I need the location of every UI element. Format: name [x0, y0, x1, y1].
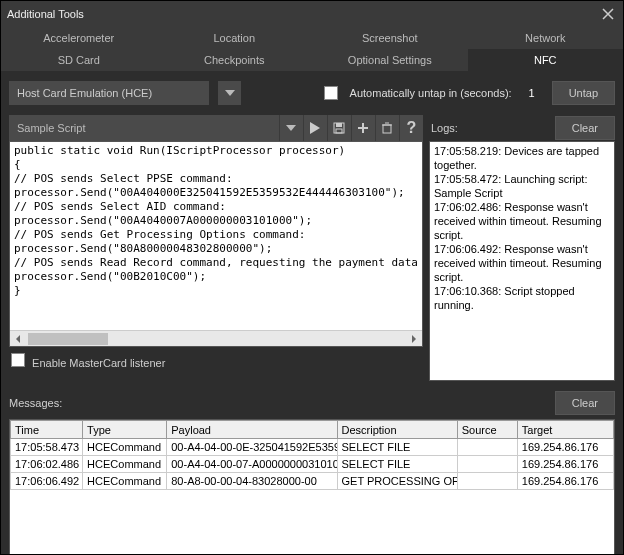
- auto-untap-label: Automatically untap in (seconds):: [350, 87, 512, 99]
- svg-rect-1: [336, 123, 342, 127]
- svg-rect-2: [336, 129, 342, 133]
- clear-messages-button[interactable]: Clear: [555, 391, 615, 415]
- cell-time: 17:05:58.473: [11, 439, 83, 456]
- cell-source: [457, 456, 517, 473]
- play-icon: [310, 122, 320, 134]
- scroll-right-icon[interactable]: [406, 331, 422, 347]
- help-button[interactable]: ?: [399, 115, 423, 141]
- cell-time: 17:06:06.492: [11, 473, 83, 490]
- tab-checkpoints[interactable]: Checkpoints: [157, 49, 313, 71]
- log-line: 17:05:58.472: Launching script: Sample S…: [434, 172, 610, 200]
- chevron-down-icon: [286, 125, 296, 131]
- table-row[interactable]: 17:05:58.473HCECommand00-A4-04-00-0E-325…: [11, 439, 614, 456]
- cell-type: HCECommand: [83, 456, 167, 473]
- hce-mode-dropdown[interactable]: [217, 81, 241, 105]
- cell-target: 169.254.86.176: [517, 473, 613, 490]
- tab-screenshot[interactable]: Screenshot: [312, 27, 468, 49]
- logs-output[interactable]: 17:05:58.219: Devices are tapped togethe…: [429, 141, 615, 381]
- col-target[interactable]: Target: [517, 421, 613, 439]
- plus-icon: [357, 122, 369, 134]
- script-toolbar: Sample Script ?: [9, 115, 423, 141]
- cell-payload: 00-A4-04-00-0E-325041592E5359!: [167, 439, 337, 456]
- tab-nfc[interactable]: NFC: [468, 49, 624, 71]
- titlebar: Additional Tools: [1, 1, 623, 27]
- table-row[interactable]: 17:06:02.486HCECommand00-A4-04-00-07-A00…: [11, 456, 614, 473]
- add-button[interactable]: [351, 115, 375, 141]
- log-line: 17:05:58.219: Devices are tapped togethe…: [434, 144, 610, 172]
- log-line: 17:06:10.368: Script stopped running.: [434, 284, 610, 312]
- save-button[interactable]: [327, 115, 351, 141]
- cell-type: HCECommand: [83, 439, 167, 456]
- save-icon: [333, 122, 345, 134]
- col-source[interactable]: Source: [457, 421, 517, 439]
- auto-untap-seconds[interactable]: [520, 84, 544, 102]
- tab-optional-settings[interactable]: Optional Settings: [312, 49, 468, 71]
- script-code[interactable]: public static void Run(IScriptProcessor …: [10, 142, 422, 300]
- cell-payload: 00-A4-04-00-07-A0000000031010-(: [167, 456, 337, 473]
- log-line: 17:06:06.492: Response wasn't received w…: [434, 242, 610, 284]
- cell-time: 17:06:02.486: [11, 456, 83, 473]
- clear-logs-button[interactable]: Clear: [555, 116, 615, 140]
- tab-network[interactable]: Network: [468, 27, 624, 49]
- enable-mastercard-label: Enable MasterCard listener: [32, 357, 165, 369]
- cell-source: [457, 439, 517, 456]
- tab-location[interactable]: Location: [157, 27, 313, 49]
- logs-label: Logs:: [429, 122, 555, 134]
- script-dropdown[interactable]: [279, 115, 303, 141]
- auto-untap-checkbox[interactable]: [324, 86, 338, 100]
- cell-desc: SELECT FILE: [337, 456, 457, 473]
- hce-toolbar: Host Card Emulation (HCE) Automatically …: [1, 71, 623, 115]
- close-icon[interactable]: [599, 5, 617, 23]
- chevron-down-icon: [225, 90, 235, 96]
- cell-source: [457, 473, 517, 490]
- cell-target: 169.254.86.176: [517, 439, 613, 456]
- col-description[interactable]: Description: [337, 421, 457, 439]
- scroll-left-icon[interactable]: [10, 331, 26, 347]
- col-time[interactable]: Time: [11, 421, 83, 439]
- tab-sdcard[interactable]: SD Card: [1, 49, 157, 71]
- svg-rect-3: [383, 125, 391, 133]
- scroll-thumb[interactable]: [28, 333, 108, 345]
- delete-button[interactable]: [375, 115, 399, 141]
- table-row[interactable]: 17:06:06.492HCECommand80-A8-00-00-04-830…: [11, 473, 614, 490]
- log-line: 17:06:02.486: Response wasn't received w…: [434, 200, 610, 242]
- untap-button[interactable]: Untap: [552, 81, 615, 105]
- h-scrollbar[interactable]: [10, 330, 422, 346]
- cell-type: HCECommand: [83, 473, 167, 490]
- messages-label: Messages:: [9, 397, 555, 409]
- enable-mastercard-checkbox[interactable]: [11, 353, 25, 367]
- col-payload[interactable]: Payload: [167, 421, 337, 439]
- run-button[interactable]: [303, 115, 327, 141]
- hce-mode-select[interactable]: Host Card Emulation (HCE): [9, 81, 209, 105]
- script-title: Sample Script: [9, 122, 279, 134]
- tab-accelerometer[interactable]: Accelerometer: [1, 27, 157, 49]
- col-type[interactable]: Type: [83, 421, 167, 439]
- trash-icon: [381, 122, 393, 134]
- window-title: Additional Tools: [7, 8, 84, 20]
- cell-desc: GET PROCESSING OP: [337, 473, 457, 490]
- script-editor[interactable]: public static void Run(IScriptProcessor …: [9, 141, 423, 347]
- messages-table-wrap[interactable]: Time Type Payload Description Source Tar…: [9, 419, 615, 555]
- cell-desc: SELECT FILE: [337, 439, 457, 456]
- top-tabs: Accelerometer Location Screenshot Networ…: [1, 27, 623, 49]
- cell-payload: 80-A8-00-00-04-83028000-00: [167, 473, 337, 490]
- cell-target: 169.254.86.176: [517, 456, 613, 473]
- messages-table: Time Type Payload Description Source Tar…: [10, 420, 614, 490]
- sub-tabs: SD Card Checkpoints Optional Settings NF…: [1, 49, 623, 71]
